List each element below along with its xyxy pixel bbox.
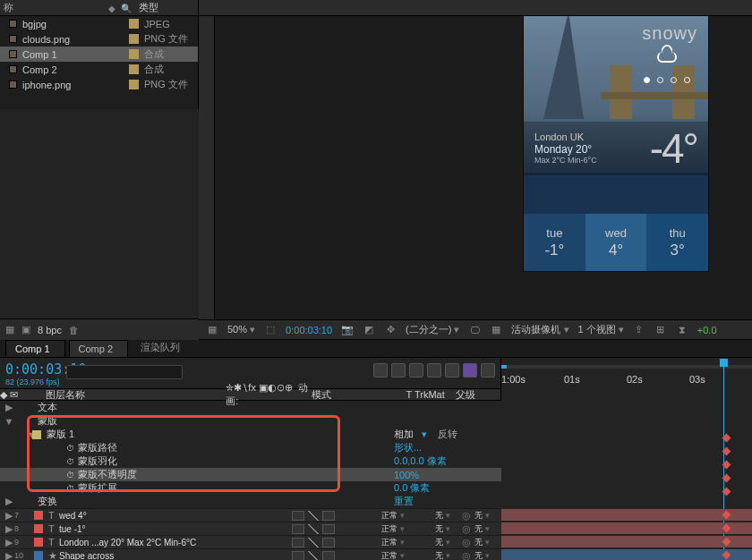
share-icon[interactable]: ⇪: [633, 324, 645, 335]
time-ruler[interactable]: 1:00s01s02s03s: [501, 358, 752, 401]
btn-graph[interactable]: [445, 363, 459, 378]
project-item[interactable]: bgjpgJPEG: [0, 16, 198, 31]
bpc-toggle[interactable]: 8 bpc: [38, 325, 62, 335]
resolution-dropdown[interactable]: (二分之一): [406, 323, 459, 336]
color-icon[interactable]: ✥: [384, 324, 397, 335]
forecast-cell: wed4°: [585, 214, 647, 271]
btn-motion-blur[interactable]: [427, 363, 441, 378]
search-icon[interactable]: 🔍: [121, 4, 132, 13]
new-comp-icon[interactable]: ▣: [21, 324, 30, 335]
views-dropdown[interactable]: 1 个视图: [578, 323, 624, 336]
tab-render-queue[interactable]: 渲染队列: [132, 338, 194, 357]
layer-row[interactable]: ▶8Ttue -1°正常无◎无: [0, 522, 501, 535]
layer-outline: ▶文本 ▼蒙版 ▼蒙版 1相加 ▾ 反转 ⏱蒙版路径形状... ⏱蒙版羽化0.0…: [0, 401, 501, 560]
snapshot-icon[interactable]: 📷: [341, 324, 354, 335]
btn-brain[interactable]: [463, 363, 477, 378]
minmax: Max 2°C Min-6°C: [534, 156, 597, 165]
day: Monday 20°: [534, 143, 597, 156]
weather-title: snowy: [642, 23, 697, 44]
project-item[interactable]: iphone.pngPNG 文件: [0, 77, 198, 92]
viewer-timecode[interactable]: 0:00:03:10: [286, 325, 332, 335]
timeline-toggle-buttons: [373, 363, 495, 378]
timeline-panel: 0:00:03:10 82 (23.976 fps) ◆ ✉ 图层名称 ✮✱∖f…: [0, 358, 752, 560]
layer-search[interactable]: [66, 365, 183, 379]
prop-transform[interactable]: ▶变换重置: [0, 495, 501, 508]
btn-fx[interactable]: [391, 363, 406, 378]
forecast-cell: tue-1°: [524, 214, 585, 271]
toggle-alpha-icon[interactable]: ▦: [490, 324, 502, 335]
col-mode[interactable]: 模式: [312, 388, 406, 402]
forecast-cell: thu3°: [646, 214, 708, 271]
col-name[interactable]: 称: [4, 1, 103, 14]
ruler-vertical: [199, 0, 215, 339]
prop-mask-opacity[interactable]: ⏱蒙版不透明度100%: [0, 468, 501, 481]
keyframe[interactable]: [722, 474, 731, 483]
keyframe[interactable]: [722, 447, 731, 456]
project-footer: ▦ ▣ 8 bpc 🗑: [0, 318, 199, 340]
keyframe[interactable]: [722, 434, 731, 443]
col-type[interactable]: 类型: [132, 1, 194, 14]
timecode-fps: 82 (23.976 fps): [5, 378, 60, 386]
project-item[interactable]: clouds.pngPNG 文件: [0, 31, 198, 47]
btn-expand[interactable]: [481, 363, 495, 378]
monitor-icon[interactable]: 🖵: [468, 325, 481, 335]
prop-mask1[interactable]: ▼蒙版 1相加 ▾ 反转: [0, 428, 501, 441]
viewer-status-bar: ▦ 50% ⬚ 0:00:03:10 📷 ◩ ✥ (二分之一) 🖵 ▦ 活动摄像…: [199, 319, 752, 339]
layer-row[interactable]: ▶7Twed 4°正常无◎无: [0, 508, 501, 522]
btn-frame-blend[interactable]: [409, 363, 423, 378]
exposure[interactable]: +0.0: [697, 325, 717, 335]
timeline-tabs: Comp 1 Comp 2 渲染队列: [0, 340, 752, 358]
ruler-horizontal: [199, 0, 752, 16]
prop-mask-path[interactable]: ⏱蒙版路径形状...: [0, 441, 501, 454]
zoom-dropdown[interactable]: 50%: [227, 324, 255, 335]
folder-icon[interactable]: ▦: [5, 324, 14, 335]
btn-shy[interactable]: [373, 363, 388, 378]
col-layer-name[interactable]: 图层名称: [19, 388, 226, 402]
weather-comp: snowy London UK Monday 20° Max 2°C Min-6…: [524, 16, 708, 271]
tab-comp2[interactable]: Comp 2: [69, 340, 129, 357]
track-area[interactable]: [501, 401, 752, 560]
layer-row[interactable]: ▶10★Shape across正常无◎无: [0, 548, 501, 560]
col-parent[interactable]: 父级: [456, 389, 475, 400]
prop-text[interactable]: ▶文本: [0, 401, 501, 414]
composition-viewer: snowy London UK Monday 20° Max 2°C Min-6…: [199, 0, 752, 340]
layer-row[interactable]: ▶9TLondon ...ay 20° Max 2°C Min-6°C正常无◎无: [0, 535, 501, 548]
camera-dropdown[interactable]: 活动摄像机: [511, 323, 568, 336]
prop-mask-group[interactable]: ▼蒙版: [0, 414, 501, 428]
project-item[interactable]: Comp 1合成: [0, 47, 198, 62]
label-icon[interactable]: ◆: [108, 4, 115, 13]
pixel-icon[interactable]: ⊞: [654, 324, 667, 335]
timeline-icon[interactable]: ⧗: [676, 324, 688, 335]
tab-comp1[interactable]: Comp 1: [5, 340, 65, 357]
project-item[interactable]: Comp 2合成: [0, 62, 198, 77]
col-trkmat[interactable]: T TrkMat: [406, 389, 445, 400]
trash-icon[interactable]: 🗑: [69, 325, 79, 335]
keyframe[interactable]: [722, 461, 731, 470]
prop-mask-feather[interactable]: ⏱蒙版羽化0.0,0.0 像素: [0, 454, 501, 468]
project-panel: 称 ◆🔍 类型 bgjpgJPEGclouds.pngPNG 文件Comp 1合…: [0, 0, 199, 109]
grid-icon[interactable]: ▦: [206, 324, 218, 335]
big-temp: -4°: [650, 124, 697, 173]
page-dots: [644, 77, 690, 83]
res-icon[interactable]: ⬚: [264, 324, 277, 335]
column-headers: ◆ ✉ 图层名称 ✮✱∖fx ▣◐⊙⊕ 动画: 模式 T TrkMat 父级: [0, 388, 500, 401]
keyframe[interactable]: [722, 488, 731, 496]
timeline-header: 0:00:03:10 82 (23.976 fps) ◆ ✉ 图层名称 ✮✱∖f…: [0, 358, 501, 401]
cloud-icon: [657, 52, 677, 63]
region-icon[interactable]: ◩: [363, 324, 375, 335]
project-header: 称 ◆🔍 类型: [0, 0, 198, 16]
prop-mask-expand[interactable]: ⏱蒙版扩展0.0 像素: [0, 481, 501, 495]
city: London UK: [534, 132, 597, 143]
canvas[interactable]: snowy London UK Monday 20° Max 2°C Min-6…: [215, 16, 752, 339]
